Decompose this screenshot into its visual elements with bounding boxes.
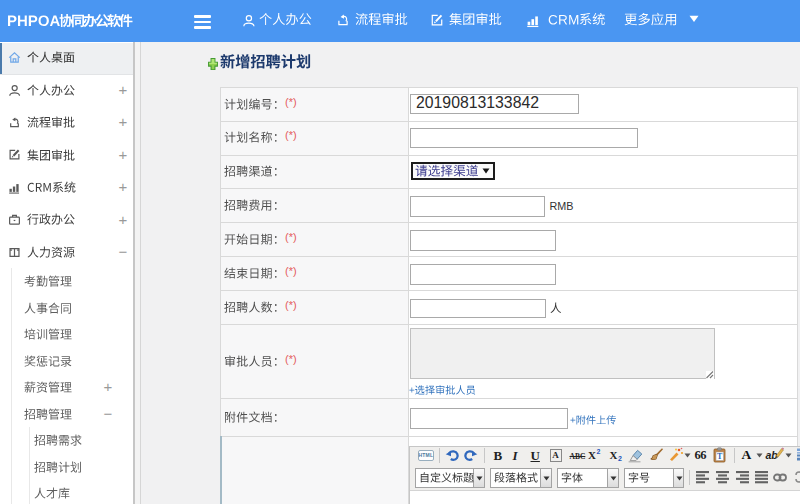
svg-text:T: T [717,452,723,461]
